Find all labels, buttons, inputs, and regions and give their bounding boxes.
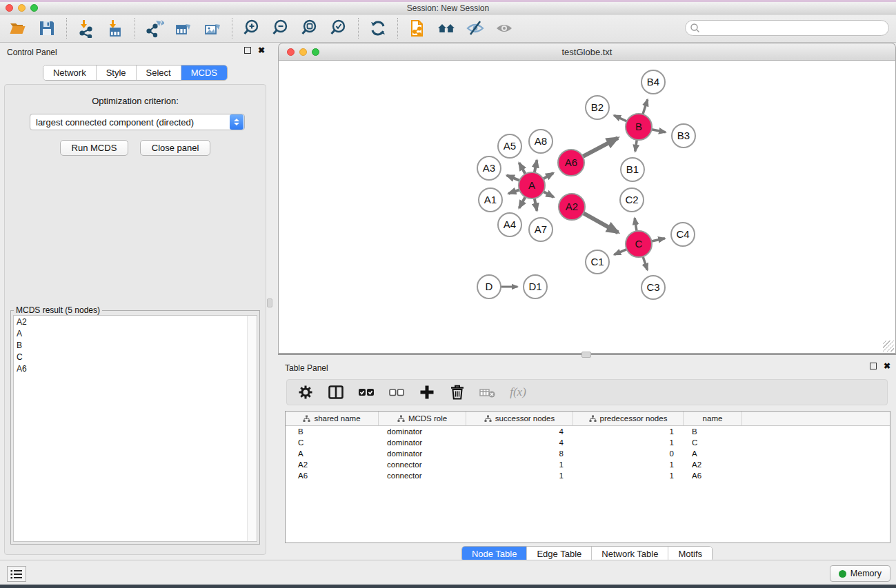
edge-A-A2[interactable] [544, 192, 554, 197]
table-cell[interactable]: 1 [573, 427, 684, 436]
memory-button[interactable]: Memory [830, 565, 890, 582]
tab-motifs[interactable]: Motifs [668, 547, 712, 561]
table-cell[interactable]: A [286, 449, 379, 458]
zoom-in-icon[interactable] [242, 19, 261, 38]
edge-A2-C[interactable] [584, 213, 619, 232]
table-cell[interactable]: connector [379, 460, 466, 469]
edge-A-A3[interactable] [507, 175, 520, 180]
table-cell[interactable]: connector [379, 472, 466, 480]
hide-details-icon[interactable] [466, 19, 485, 38]
tab-style[interactable]: Style [97, 65, 137, 80]
mcds-result-item[interactable]: A [14, 327, 257, 339]
mcds-result-item[interactable]: B [14, 339, 257, 351]
open-session-icon[interactable] [8, 19, 28, 38]
edge-A-A7[interactable] [535, 199, 537, 211]
edge-A-A5[interactable] [519, 163, 526, 174]
column-header-successor-nodes[interactable]: successor nodes [466, 412, 573, 425]
table-cell[interactable]: B [286, 427, 379, 436]
close-table-panel-icon[interactable]: ✖ [884, 363, 890, 369]
tab-network[interactable]: Network [43, 65, 97, 80]
export-image-icon[interactable] [203, 19, 222, 38]
tab-edge-table[interactable]: Edge Table [527, 547, 592, 561]
export-network-icon[interactable] [145, 19, 164, 38]
toolbar-search-field[interactable] [685, 20, 889, 36]
table-cell[interactable]: A2 [684, 460, 742, 469]
tab-node-table[interactable]: Node Table [462, 547, 528, 561]
table-cell[interactable]: B [684, 427, 742, 436]
table-cell[interactable]: 0 [573, 449, 684, 458]
show-details-icon[interactable] [495, 19, 514, 38]
float-table-panel-icon[interactable] [870, 363, 877, 369]
table-cell[interactable]: dominator [379, 438, 466, 447]
table-cell[interactable]: 4 [466, 438, 573, 447]
table-row[interactable]: Bdominator41B [286, 426, 890, 437]
mcds-result-item[interactable]: A2 [14, 316, 257, 327]
deselect-all-icon[interactable] [388, 383, 406, 401]
export-table-icon[interactable] [174, 19, 193, 38]
mcds-result-item[interactable]: A6 [14, 363, 257, 374]
edge-A-A4[interactable] [519, 197, 526, 208]
network-canvas[interactable]: B4B2BB3A8A5A6A3B1AA1C2A2A4A7C4CC1C3DD1 [278, 61, 896, 354]
task-history-button[interactable] [7, 566, 26, 582]
column-header-name[interactable]: name [684, 412, 742, 425]
delete-column-icon[interactable] [448, 383, 466, 401]
table-cell[interactable]: 1 [573, 438, 684, 447]
table-row[interactable]: Cdominator41C [286, 437, 890, 448]
search-input[interactable] [700, 22, 888, 34]
edge-C-C1[interactable] [614, 250, 626, 255]
tab-mcds[interactable]: MCDS [181, 65, 227, 80]
edge-A-A1[interactable] [508, 190, 519, 194]
tab-network-table[interactable]: Network Table [592, 547, 668, 561]
run-mcds-button[interactable]: Run MCDS [60, 140, 129, 156]
edge-B-B1[interactable] [635, 140, 637, 152]
network-window-titlebar[interactable]: testGlobe.txt [278, 43, 896, 61]
mcds-result-item[interactable]: C [14, 351, 257, 363]
edge-C-C4[interactable] [652, 239, 665, 241]
table-cell[interactable]: 1 [466, 472, 573, 480]
float-panel-icon[interactable] [244, 47, 251, 54]
zoom-fit-icon[interactable] [300, 19, 319, 38]
edge-C-C2[interactable] [635, 218, 637, 231]
table-cell[interactable]: 8 [466, 449, 573, 458]
import-network-icon[interactable] [77, 19, 96, 38]
table-cell[interactable]: A2 [286, 460, 379, 469]
table-cell[interactable]: 1 [573, 472, 684, 480]
import-table-icon[interactable] [106, 19, 125, 38]
zoom-out-icon[interactable] [271, 19, 290, 38]
network-from-file-icon[interactable] [408, 19, 427, 38]
close-panel-icon[interactable]: ✖ [258, 47, 265, 54]
edge-A6-B[interactable] [583, 138, 618, 156]
home-icon[interactable] [437, 19, 456, 38]
edge-A-A6[interactable] [543, 173, 553, 179]
table-cell[interactable]: A6 [286, 472, 379, 480]
refresh-icon[interactable] [368, 19, 388, 38]
delete-table-icon[interactable] [479, 383, 497, 401]
table-settings-icon[interactable] [297, 383, 315, 401]
column-header-shared-name[interactable]: shared name [286, 412, 379, 425]
vertical-splitter-handle[interactable] [267, 298, 272, 307]
edge-B-B3[interactable] [652, 130, 666, 132]
table-cell[interactable]: 1 [466, 460, 573, 469]
window-resize-grip[interactable] [883, 341, 894, 352]
zoom-selected-icon[interactable] [329, 19, 348, 38]
edge-C-C3[interactable] [643, 256, 648, 270]
column-header-MCDS-role[interactable]: MCDS role [379, 412, 466, 425]
network-graph[interactable]: B4B2BB3A8A5A6A3B1AA1C2A2A4A7C4CC1C3DD1 [279, 61, 895, 352]
table-cell[interactable]: A [684, 449, 742, 458]
edge-B-B2[interactable] [614, 115, 627, 121]
scrollbar-track[interactable] [247, 316, 257, 541]
table-cell[interactable]: C [684, 438, 742, 447]
horizontal-splitter-handle[interactable] [581, 352, 591, 358]
tab-select[interactable]: Select [137, 65, 181, 80]
save-session-icon[interactable] [37, 19, 57, 38]
table-row[interactable]: Adominator80A [286, 448, 890, 459]
table-cell[interactable]: A6 [684, 472, 742, 480]
add-column-icon[interactable] [418, 383, 436, 401]
table-cell[interactable]: 1 [573, 460, 684, 469]
select-all-icon[interactable] [357, 383, 375, 401]
table-cell[interactable]: dominator [379, 427, 466, 436]
show-columns-icon[interactable] [327, 383, 345, 401]
mcds-result-list[interactable]: A2ABCA6 [13, 315, 257, 542]
function-builder-icon[interactable]: f(x) [509, 383, 527, 401]
table-row[interactable]: A6connector11A6 [286, 470, 890, 481]
